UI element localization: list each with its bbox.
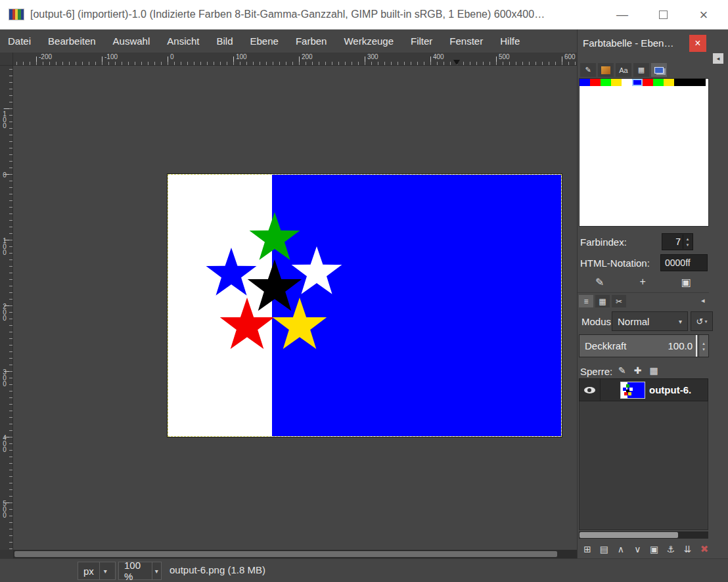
menu-werkzeuge[interactable]: Werkzeuge <box>344 35 394 47</box>
hruler-label: 300 <box>367 53 378 60</box>
scrollbar-thumb[interactable] <box>580 532 678 538</box>
image-blue-field <box>272 175 561 436</box>
canvas-image[interactable] <box>168 174 562 437</box>
opacity-value: 100.0 <box>668 340 693 351</box>
layer-list-empty-area[interactable] <box>579 401 708 530</box>
colormap-swatch-5[interactable] <box>632 79 643 86</box>
colormap-swatch-4[interactable] <box>622 79 632 86</box>
spinner-arrows[interactable]: ▴ ▾ <box>683 235 692 249</box>
menu-bearbeiten[interactable]: Bearbeiten <box>48 35 96 47</box>
colormap-swatch-10[interactable] <box>685 79 695 86</box>
hruler-label: 500 <box>499 53 510 60</box>
hruler-label: 600 <box>564 53 576 60</box>
colormap-swatch-9[interactable] <box>674 79 685 86</box>
colormap-swatch-8[interactable] <box>664 79 674 86</box>
unit-select[interactable]: px ▾ <box>78 562 116 580</box>
dock-tab-patterns[interactable] <box>598 63 614 77</box>
merge-layer-button[interactable]: ⇊ <box>681 542 695 556</box>
lower-layer-button[interactable]: ∨ <box>630 542 645 556</box>
mode-group-switch-button[interactable]: ↺ ▾ <box>691 311 713 331</box>
colormap-swatch-3[interactable] <box>611 79 622 86</box>
colormap-swatch-6[interactable] <box>643 79 653 86</box>
horizontal-ruler[interactable]: -200-1000100200300400500600 <box>13 53 577 66</box>
dock-panel: Farbtabelle - Eben… × ◂ ✎Aa▦ Farbindex: … <box>577 30 728 558</box>
close-button[interactable]: × <box>683 0 724 30</box>
menu-hilfe[interactable]: Hilfe <box>500 35 520 47</box>
hruler-label: -200 <box>39 53 52 60</box>
chevron-down-icon: ▾ <box>704 319 707 325</box>
minimize-button[interactable]: — <box>602 0 643 30</box>
new-layer-group-button[interactable]: ▤ <box>597 542 611 556</box>
colormap-palette[interactable] <box>579 78 709 227</box>
new-layer-button[interactable]: ⊞ <box>580 542 595 556</box>
layer-row[interactable]: output-6. <box>579 378 708 401</box>
titlebar: [output-6] (importiert)-1.0 (Indizierte … <box>0 0 728 30</box>
dock-tab-fonts[interactable]: Aa <box>616 63 631 77</box>
dock-close-button[interactable]: × <box>689 35 706 52</box>
color-index-label: Farbindex: <box>580 236 627 248</box>
spin-down-icon: ▾ <box>687 242 689 248</box>
images-icon <box>654 67 664 74</box>
layer-visibility-toggle[interactable] <box>580 379 601 401</box>
opacity-slider[interactable]: Deckkraft 100.0 ▴ ▾ <box>579 334 709 357</box>
menu-ebene[interactable]: Ebene <box>250 35 279 47</box>
html-notation-value: 0000ff <box>665 257 691 268</box>
lock-alpha-icon[interactable]: ▦ <box>649 365 658 376</box>
colormap-swatch-7[interactable] <box>653 79 664 86</box>
color-index-spinner[interactable]: 7 ▴ ▾ <box>662 233 693 250</box>
anchor-layer-button[interactable]: ⚓ <box>664 542 678 556</box>
dock-tab-bar: ✎Aa▦ <box>580 63 667 77</box>
close-icon: × <box>694 37 700 49</box>
mode-dropdown[interactable]: Normal ▾ <box>612 311 688 331</box>
canvas-horizontal-scrollbar[interactable] <box>13 550 577 558</box>
menu-datei[interactable]: Datei <box>8 35 31 47</box>
canvas-area[interactable] <box>13 66 577 550</box>
menubar: DateiBearbeitenAuswahlAnsichtBildEbeneFa… <box>0 30 577 53</box>
opacity-slider-handle[interactable] <box>696 335 697 357</box>
edit-color-button[interactable]: ✎ <box>595 276 604 288</box>
panel-horizontal-scrollbar[interactable] <box>579 531 708 539</box>
scrollbar-thumb[interactable] <box>14 551 557 557</box>
lock-paint-icon[interactable]: ✎ <box>618 365 626 376</box>
menu-auswahl[interactable]: Auswahl <box>113 35 150 47</box>
lock-position-icon[interactable]: ✚ <box>634 365 642 376</box>
colormap-swatch-2[interactable] <box>601 79 611 86</box>
dock-menu-button[interactable]: ◂ <box>713 53 723 64</box>
vertical-ruler[interactable]: - 1 0 001 0 02 0 03 0 04 0 05 0 0 <box>0 66 13 550</box>
layers-dock-tab-bar: ≡▦✂ <box>579 295 626 307</box>
close-icon: × <box>700 7 708 24</box>
blue-star <box>205 248 258 300</box>
html-notation-input[interactable]: 0000ff <box>660 254 708 271</box>
menu-filter[interactable]: Filter <box>411 35 432 47</box>
menu-farben[interactable]: Farben <box>296 35 327 47</box>
menu-ansicht[interactable]: Ansicht <box>167 35 199 47</box>
minimize-icon: — <box>616 8 628 22</box>
dock-tab-images[interactable] <box>651 63 667 77</box>
dock-tab-brushes[interactable]: ✎ <box>580 63 596 77</box>
delete-layer-button[interactable]: ✖ <box>697 542 712 556</box>
layers-dock-menu-button[interactable]: ◂ <box>701 296 705 305</box>
tab-paths[interactable]: ✂ <box>612 295 626 307</box>
tab-channels[interactable]: ▦ <box>595 295 610 307</box>
menu-fenster[interactable]: Fenster <box>449 35 483 47</box>
hruler-label: 400 <box>433 53 444 60</box>
raise-layer-button[interactable]: ∧ <box>614 542 628 556</box>
duplicate-layer-button[interactable]: ▣ <box>647 542 662 556</box>
colormap-swatch-0[interactable] <box>580 79 590 86</box>
pick-color-button[interactable]: ▣ <box>681 276 691 288</box>
chevron-down-icon: ▾ <box>679 318 682 325</box>
layer-action-buttons: ⊞▤∧∨▣⚓⇊✖ <box>580 541 712 557</box>
colormap-swatch-1[interactable] <box>590 79 601 86</box>
gimp-logo-icon <box>9 9 24 20</box>
add-color-button[interactable]: + <box>639 276 645 288</box>
maximize-button[interactable] <box>643 0 683 30</box>
dock-tab-history[interactable]: ▦ <box>633 63 649 77</box>
colormap-swatch-11[interactable] <box>695 79 706 86</box>
zoom-select[interactable]: 100 % ▾ <box>118 562 162 580</box>
opacity-spinner[interactable]: ▴ ▾ <box>698 335 708 357</box>
ruler-corner[interactable] <box>0 53 13 66</box>
tab-layers[interactable]: ≡ <box>579 295 593 307</box>
vruler-label: 1 0 0 <box>0 238 9 256</box>
menu-bild[interactable]: Bild <box>217 35 233 47</box>
spin-down-icon: ▾ <box>702 346 705 352</box>
